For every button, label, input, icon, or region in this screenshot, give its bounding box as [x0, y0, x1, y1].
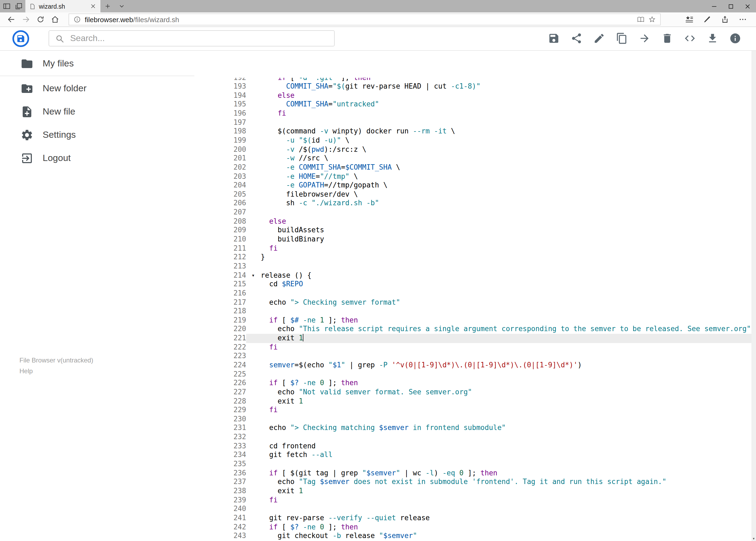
code-line[interactable]: 241 git rev-parse --verify --quiet relea… — [194, 514, 751, 523]
code-line[interactable]: 201 -w //src \ — [194, 154, 751, 163]
tabs-pane-icon[interactable] — [3, 2, 11, 10]
code-text[interactable] — [246, 352, 751, 361]
code-text[interactable] — [246, 289, 751, 298]
minimize-button[interactable] — [706, 0, 722, 12]
code-line[interactable]: 226 if [ $? -ne 0 ]; then — [194, 379, 751, 388]
code-line[interactable]: 230 — [194, 415, 751, 424]
code-text[interactable]: -v /$(pwd):/src:z \ — [246, 145, 751, 154]
code-line[interactable]: 239 fi — [194, 496, 751, 505]
code-text[interactable]: buildAssets — [246, 226, 751, 235]
page-scrollbar[interactable]: ▲ ▼ — [751, 27, 756, 541]
code-text[interactable]: fi — [246, 343, 751, 352]
code-text[interactable]: if [ -d ".git" ]; then — [246, 78, 751, 82]
hub-button[interactable] — [682, 12, 697, 26]
code-line[interactable]: 213 — [194, 262, 751, 271]
code-line[interactable]: 233 cd frontend — [194, 442, 751, 451]
code-line[interactable]: 210 buildBinary — [194, 235, 751, 244]
code-text[interactable]: git rev-parse --verify --quiet release — [246, 514, 751, 523]
code-line[interactable]: 192 if [ -d ".git" ]; then — [194, 78, 751, 82]
code-text[interactable]: fi — [246, 496, 751, 505]
save-button[interactable] — [548, 33, 560, 45]
code-text[interactable]: release () { — [246, 271, 751, 280]
code-line[interactable]: 212} — [194, 253, 751, 262]
code-line[interactable]: 227 echo "Not valid semver format. See s… — [194, 388, 751, 397]
code-text[interactable]: echo "> Checking matching $semver in fro… — [246, 424, 751, 433]
scroll-down-arrow[interactable]: ▼ — [751, 536, 756, 541]
code-text[interactable]: exit 1 — [246, 397, 751, 406]
code-text[interactable] — [246, 433, 751, 442]
code-line[interactable]: 202 -e COMMIT_SHA=$COMMIT_SHA \ — [194, 163, 751, 172]
code-text[interactable]: fi — [246, 109, 751, 118]
code-line[interactable]: 217 echo "> Checking semver format" — [194, 298, 751, 307]
code-text[interactable]: fi — [246, 244, 751, 253]
code-line[interactable]: 234 git fetch --all — [194, 451, 751, 460]
share-button[interactable] — [570, 33, 582, 45]
code-line[interactable]: 223 — [194, 352, 751, 361]
home-button[interactable] — [48, 12, 62, 26]
code-line[interactable]: 193 COMMIT_SHA="$(git rev-parse HEAD | c… — [194, 82, 751, 91]
code-line[interactable]: 238 exit 1 — [194, 487, 751, 496]
address-bar[interactable]: filebrowser.web/files/wizard.sh — [69, 14, 660, 25]
code-text[interactable]: echo "This release script requires a sin… — [246, 325, 751, 334]
refresh-button[interactable] — [33, 12, 48, 26]
code-text[interactable]: else — [246, 91, 751, 100]
code-text[interactable] — [246, 208, 751, 217]
code-line[interactable]: 196 fi — [194, 109, 751, 118]
code-line[interactable]: 198 $(command -v winpty) docker run --rm… — [194, 127, 751, 136]
code-text[interactable]: if [ $# -ne 1 ]; then — [246, 316, 751, 325]
code-line[interactable]: 236 if [ $(git tag | grep "$semver" | wc… — [194, 469, 751, 477]
rename-button[interactable] — [593, 33, 605, 45]
code-line[interactable]: 214▾release () { — [194, 271, 751, 280]
code-line[interactable]: 224 semver=$(echo "$1" | grep -P '^v(0|[… — [194, 361, 751, 370]
maximize-button[interactable] — [722, 0, 739, 12]
code-line[interactable]: 220 echo "This release script requires a… — [194, 325, 751, 334]
code-line[interactable]: 215 cd $REPO — [194, 280, 751, 289]
close-window-button[interactable] — [739, 0, 756, 12]
code-text[interactable]: -u "$(id -u)" \ — [246, 136, 751, 145]
code-text[interactable] — [246, 505, 751, 514]
code-line[interactable]: 232 — [194, 433, 751, 442]
code-text[interactable]: COMMIT_SHA="untracked" — [246, 100, 751, 109]
code-text[interactable] — [246, 118, 751, 127]
code-text[interactable]: git fetch --all — [246, 451, 751, 460]
site-info-icon[interactable] — [74, 16, 81, 23]
move-button[interactable] — [638, 33, 650, 45]
more-button[interactable] — [735, 12, 750, 26]
code-line[interactable]: 199 -u "$(id -u)" \ — [194, 136, 751, 145]
code-text[interactable]: else — [246, 217, 751, 226]
download-button[interactable] — [706, 33, 718, 45]
code-line[interactable]: 228 exit 1 — [194, 397, 751, 406]
copy-button[interactable] — [616, 33, 628, 45]
editor-mode-button[interactable] — [684, 33, 695, 45]
code-line[interactable]: 225 — [194, 370, 751, 379]
code-line[interactable]: 237 echo "Tag $semver does not exist in … — [194, 478, 751, 487]
code-line[interactable]: 197 — [194, 118, 751, 127]
code-line[interactable]: 195 COMMIT_SHA="untracked" — [194, 100, 751, 109]
code-text[interactable] — [246, 262, 751, 271]
search-input[interactable] — [70, 34, 328, 44]
code-line[interactable]: 240 — [194, 505, 751, 514]
browser-tab[interactable]: wizard.sh — [25, 0, 101, 12]
code-line[interactable]: 219 if [ $# -ne 1 ]; then — [194, 316, 751, 325]
info-button[interactable] — [729, 33, 741, 45]
code-text[interactable] — [246, 460, 751, 469]
code-line[interactable]: 218 — [194, 307, 751, 316]
sidebar-item-my-files[interactable]: My files — [0, 52, 194, 75]
code-line[interactable]: 221 exit 1 — [194, 334, 751, 343]
code-text[interactable]: -e HOME="//tmp" \ — [246, 172, 751, 181]
new-tab-button[interactable] — [101, 0, 115, 12]
code-text[interactable]: -e COMMIT_SHA=$COMMIT_SHA \ — [246, 163, 751, 172]
code-text[interactable]: -e GOPATH=//tmp/gopath \ — [246, 181, 751, 190]
favorite-star-icon[interactable] — [648, 16, 655, 23]
sidebar-item-settings[interactable]: Settings — [0, 123, 194, 146]
app-logo[interactable] — [12, 30, 29, 47]
sidebar-item-logout[interactable]: Logout — [0, 146, 194, 170]
code-text[interactable]: semver=$(echo "$1" | grep -P '^v(0|[1-9]… — [246, 361, 751, 370]
code-line[interactable]: 208 else — [194, 217, 751, 226]
code-line[interactable]: 206 sh -c "./wizard.sh -b" — [194, 199, 751, 208]
code-text[interactable]: git checkout -b release "$semver" — [246, 532, 751, 540]
code-line[interactable]: 231 echo "> Checking matching $semver in… — [194, 424, 751, 433]
code-line[interactable]: 216 — [194, 289, 751, 298]
code-text[interactable] — [246, 415, 751, 424]
code-line[interactable]: 243 git checkout -b release "$semver" — [194, 532, 751, 540]
